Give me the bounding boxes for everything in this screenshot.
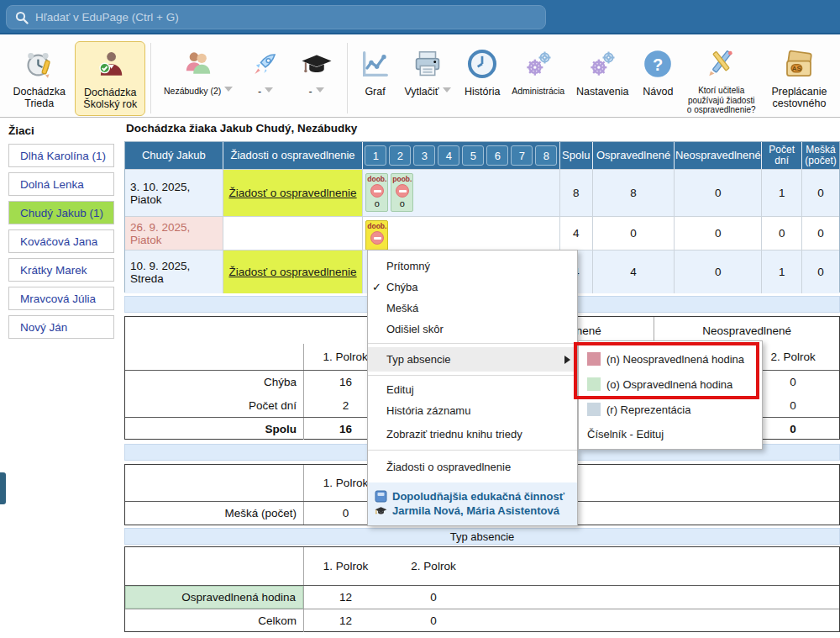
toolbar-nezabudky-button[interactable]: Nezábudky (2) <box>156 41 240 100</box>
toolbar-separator <box>347 43 348 113</box>
request-link[interactable]: Žiadosť o ospravedlnenie <box>228 266 356 278</box>
sidebar-item-student[interactable]: Dlhá Karolína (1) <box>8 144 114 167</box>
search-input[interactable]: Hľadať v EduPage (Ctrl + G) <box>6 5 546 29</box>
history-clock-icon <box>465 45 499 82</box>
search-placeholder: Hľadať v EduPage (Ctrl + G) <box>35 11 179 24</box>
period-header: 3 <box>413 145 435 166</box>
period-header: 8 <box>535 145 557 166</box>
request-cell[interactable] <box>223 216 364 250</box>
toolbar-admin-button[interactable]: Administrácia <box>507 41 570 100</box>
toolbar-label: - <box>309 86 312 98</box>
unexcused-cell: 0 <box>675 169 762 216</box>
days-cell: 1 <box>762 250 802 293</box>
no-entry-icon <box>370 231 384 245</box>
request-cell[interactable]: Žiadosť o ospravedlnenie <box>223 169 364 216</box>
toolbar-label: Administrácia <box>512 86 564 96</box>
submenu-arrow-icon <box>564 356 570 364</box>
toolbar-label: - <box>258 86 261 98</box>
lesson-name: Dopoludňajšia edukačná činnosť <box>392 490 564 503</box>
toolbar-help-button[interactable]: ? Návod <box>635 41 680 102</box>
menu-item-present[interactable]: Prítomný <box>368 256 577 277</box>
toolbar-rocket-button[interactable]: - <box>240 41 291 102</box>
absence-type-table: 1. Polrok 2. Polrok Ospravedlnená hodina… <box>124 546 840 632</box>
tickets-icon: AS <box>781 45 816 82</box>
toolbar-label: Vytlačiť <box>404 86 438 98</box>
svg-text:AS: AS <box>792 65 802 72</box>
sidebar-item-student[interactable]: Krátky Marek <box>8 258 114 282</box>
period-header: 7 <box>511 145 533 166</box>
menu-item-left-early[interactable]: Odišiel skôr <box>368 319 577 340</box>
excused-cell: 0 <box>593 216 675 250</box>
value: 12 <box>304 614 387 627</box>
toolbar-teachers-requests-button[interactable]: Ktorí učitelia používajú žiadosti o ospr… <box>680 41 761 119</box>
collapsed-panel-handle[interactable] <box>0 472 6 504</box>
students-sidebar: Žiaci Dlhá Karolína (1) Dolná Lenka Chud… <box>0 118 124 638</box>
toolbar-attendance-year-button[interactable]: Dochádzka Školský rok <box>75 41 145 116</box>
absence-type-submenu: (n) Neospravedlnená hodina (o) Ospravedl… <box>578 340 763 450</box>
request-cell[interactable]: Žiadosť o ospravedlnenie <box>223 250 364 293</box>
toolbar-attendance-class-button[interactable]: Dochádzka Trieda <box>3 41 75 114</box>
menu-item-class-register[interactable]: Zobraziť triednu knihu triedy <box>368 421 577 446</box>
lessons-cell[interactable]: doob. <box>363 216 559 250</box>
excused-color-swatch <box>587 377 601 391</box>
late-cell: 0 <box>802 216 839 250</box>
toolbar-label: História <box>465 86 500 98</box>
toolbar-travel-refund-button[interactable]: AS Preplácanie cestovného <box>762 41 837 114</box>
value: 0 <box>387 614 480 627</box>
submenu-item-excused[interactable]: (o) Ospravedlnená hodina <box>579 372 762 397</box>
toolbar-print-button[interactable]: Vytlačiť <box>397 41 459 102</box>
lesson-mark-selected[interactable]: doob. <box>365 220 388 250</box>
sidebar-item-student[interactable]: Dolná Lenka <box>8 172 114 196</box>
submenu-item-unexcused[interactable]: (n) Neospravedlnená hodina <box>579 346 762 372</box>
group-unexcused: Neospravedlnené <box>654 324 839 337</box>
toolbar-graph-button[interactable]: Graf <box>353 41 396 102</box>
menu-separator <box>368 450 577 451</box>
toolbar-settings-button[interactable]: Nastavenia <box>570 41 635 102</box>
toolbar-label: Dochádzka Školský rok <box>81 87 139 111</box>
table-row: 26. 9. 2025, Piatok doob. 4 0 0 0 0 <box>125 216 839 250</box>
people-icon <box>181 45 215 82</box>
col-late: Mešká (počet) <box>802 142 839 169</box>
absence-row: Ospravedlnená hodina 12 0 <box>125 585 839 609</box>
sidebar-title: Žiaci <box>8 124 124 137</box>
col-total: Spolu <box>560 142 593 169</box>
late-cell: 0 <box>802 250 839 293</box>
chevron-down-icon <box>443 87 451 92</box>
col-excused: Ospravedlnené <box>593 142 675 169</box>
menu-item-edit[interactable]: Edituj <box>368 379 577 400</box>
col-student: Chudý Jakub <box>125 142 223 169</box>
submenu-item-edit-codelist[interactable]: Číselník - Edituj <box>579 422 762 446</box>
sidebar-item-student[interactable]: Mravcová Júlia <box>8 287 114 310</box>
toolbar-label: Graf <box>365 86 385 98</box>
menu-separator <box>368 343 577 344</box>
top-bar: Hľadať v EduPage (Ctrl + G) <box>0 0 840 34</box>
lesson-mark[interactable]: poob. o <box>391 173 413 212</box>
chevron-down-icon <box>316 87 324 92</box>
lessons-cell[interactable]: doob. o poob. o <box>363 169 559 216</box>
sidebar-item-student-selected[interactable]: Chudý Jakub (1) <box>8 201 114 224</box>
table-row: 3. 10. 2025, Piatok Žiadosť o ospravedln… <box>125 169 839 216</box>
menu-item-absent[interactable]: ✓Chýba <box>368 277 577 298</box>
gears-icon <box>585 45 619 82</box>
question-icon: ? <box>641 45 675 82</box>
menu-item-late[interactable]: Mešká <box>368 298 577 319</box>
submenu-item-representation[interactable]: (r) Reprezentácia <box>579 397 762 422</box>
no-entry-icon <box>396 184 409 198</box>
svg-text:?: ? <box>653 55 663 74</box>
graduation-cap-icon <box>375 504 387 517</box>
request-link[interactable]: Žiadosť o ospravedlnenie <box>228 187 356 199</box>
menu-item-record-history[interactable]: História záznamu <box>368 400 577 421</box>
sidebar-item-student[interactable]: Nový Ján <box>8 315 114 339</box>
menu-item-absence-type[interactable]: Typ absencie <box>368 347 577 372</box>
sidebar-item-student[interactable]: Kováčová Jana <box>8 229 114 253</box>
lesson-mark[interactable]: doob. o <box>365 173 388 212</box>
date-cell: 3. 10. 2025, Piatok <box>125 169 223 216</box>
toolbar-cap-button[interactable]: - <box>291 41 343 102</box>
menu-item-excuse-requests[interactable]: Žiadosti o ospravedlnenie <box>368 454 577 479</box>
row-label: Počet dní <box>125 399 303 412</box>
value: 12 <box>304 591 387 604</box>
toolbar-history-button[interactable]: História <box>458 41 507 102</box>
term-header-row: 1. Polrok 2. Polrok <box>125 547 839 585</box>
late-cell: 0 <box>802 169 839 216</box>
total-cell: 8 <box>560 169 593 216</box>
